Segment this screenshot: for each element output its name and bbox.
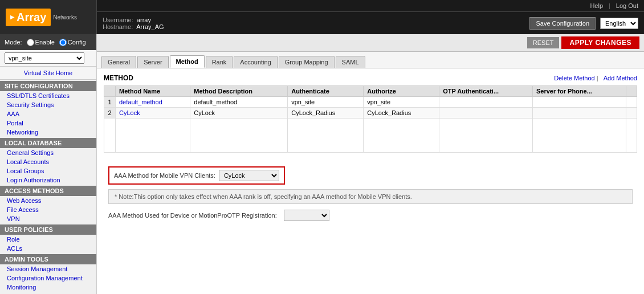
tab-rank[interactable]: Rank <box>206 56 233 68</box>
tab-server[interactable]: Server <box>137 56 168 68</box>
sidebar: Mode: Enable Config vpn_site Virtual Sit… <box>0 34 97 294</box>
header-actions: Save Configuration English <box>529 17 638 30</box>
bottom-form: AAA Method for Mobile VPN Clients: CyLoc… <box>104 162 637 226</box>
sidebar-item-acls[interactable]: ACLs <box>0 244 96 253</box>
enable-radio[interactable] <box>27 39 34 46</box>
user-info: Username: array Hostname: Array_AG <box>103 17 518 30</box>
config-radio-label[interactable]: Config <box>59 39 86 46</box>
sidebar-section-admin-tools: ADMIN TOOLS <box>0 254 96 264</box>
apply-changes-button[interactable]: APpLy ChaNGEs <box>561 36 639 49</box>
username-value: array <box>137 17 151 23</box>
section-title-row: METHOD Delete Method | Add Method <box>104 74 637 82</box>
logo-icon: ▶ Array <box>6 9 51 26</box>
logo-area: ▶ Array Networks <box>0 0 97 34</box>
config-radio[interactable] <box>59 39 67 46</box>
header-bottom: Username: array Hostname: Array_AG Save … <box>97 12 644 34</box>
sidebar-section-user-policies: USER POLICIES <box>0 224 96 235</box>
row-authenticate: CyLock_Radius <box>288 108 364 119</box>
logo-text: Array <box>17 11 46 24</box>
reset-button[interactable]: RESET <box>527 37 560 48</box>
enable-radio-label[interactable]: Enable <box>27 39 55 46</box>
help-link[interactable]: Help <box>590 2 603 9</box>
note-box: * Note:This option only takes effect whe… <box>108 189 633 204</box>
aaa-reg-row: AAA Method Used for Device or MotionProO… <box>108 210 633 221</box>
tab-saml[interactable]: SAML <box>336 56 365 68</box>
mobile-vpn-label: AAA Method for Mobile VPN Clients: <box>114 172 215 179</box>
row-otp <box>439 108 533 119</box>
sidebar-item-monitoring[interactable]: Monitoring <box>0 283 96 292</box>
col-header-otp: OTP Authenticati... <box>439 86 533 97</box>
aaa-reg-select[interactable] <box>284 210 329 221</box>
sidebar-item-portal[interactable]: Portal <box>0 119 96 128</box>
sidebar-item-general-settings[interactable]: General Settings <box>0 148 96 157</box>
section-title: METHOD <box>104 74 133 82</box>
mobile-vpn-row: AAA Method for Mobile VPN Clients: CyLoc… <box>108 166 633 185</box>
col-header-desc: Method Description <box>190 86 288 97</box>
header-top: Help | Log Out <box>97 0 644 12</box>
col-header-extra <box>626 86 637 97</box>
sidebar-item-security[interactable]: Security Settings <box>0 100 96 109</box>
col-header-num <box>104 86 116 97</box>
row-authenticate: vpn_site <box>288 97 364 108</box>
sidebar-item-web-access[interactable]: Web Access <box>0 196 96 205</box>
table-row: 2 CyLock CyLock CyLock_Radius CyLock_Rad… <box>104 108 637 119</box>
add-method-link[interactable]: Add Method <box>604 75 637 81</box>
sidebar-item-session-mgmt[interactable]: Session Management <box>0 264 96 273</box>
main-toolbar: RESET APpLy ChaNGEs <box>97 34 644 52</box>
logout-link[interactable]: Log Out <box>616 2 638 9</box>
aaa-reg-label: AAA Method Used for Device or MotionProO… <box>108 212 277 219</box>
row-num: 1 <box>104 97 116 108</box>
sidebar-item-ssl[interactable]: SSL/DTLS Certificates <box>0 91 96 100</box>
sidebar-item-aaa[interactable]: AAA <box>0 109 96 119</box>
vpn-site-select[interactable]: vpn_site <box>5 52 84 64</box>
row-method-name[interactable]: CyLock <box>116 108 190 119</box>
header-divider: | <box>609 2 610 9</box>
table-empty-row <box>104 119 637 153</box>
mode-label: Mode: <box>5 39 22 46</box>
section-actions: Delete Method | Add Method <box>551 75 637 81</box>
language-select[interactable]: English <box>600 18 638 29</box>
save-config-button[interactable]: Save Configuration <box>529 17 596 30</box>
sidebar-item-networking[interactable]: Networking <box>0 128 96 137</box>
sidebar-section-local-db: LOCAL DATABASE <box>0 138 96 148</box>
content-area: METHOD Delete Method | Add Method Method… <box>97 68 644 231</box>
tab-group-mapping[interactable]: Group Mapping <box>279 56 335 68</box>
username-label: Username: <box>103 17 133 23</box>
virtual-site-home-link[interactable]: Virtual Site Home <box>0 67 96 80</box>
delete-method-link[interactable]: Delete Method <box>554 75 595 81</box>
col-header-authorize: Authorize <box>364 86 439 97</box>
main-content: RESET APpLy ChaNGEs General Server Metho… <box>97 34 644 294</box>
hostname-value: Array_AG <box>136 23 164 30</box>
row-num: 2 <box>104 108 116 119</box>
header-right: Help | Log Out Username: array Hostname:… <box>97 0 644 34</box>
mobile-vpn-highlighted-box: AAA Method for Mobile VPN Clients: CyLoc… <box>108 166 285 185</box>
mobile-vpn-select[interactable]: CyLock default_method <box>219 170 279 181</box>
row-phone <box>533 108 626 119</box>
tab-accounting[interactable]: Accounting <box>234 56 277 68</box>
sidebar-item-file-access[interactable]: File Access <box>0 205 96 214</box>
col-header-auth: Authenticate <box>288 86 364 97</box>
tab-bar: General Server Method Rank Accounting Gr… <box>97 52 644 68</box>
logo-sub: Networks <box>53 13 77 21</box>
sidebar-item-vpn[interactable]: VPN <box>0 214 96 223</box>
row-method-desc: default_method <box>190 97 288 108</box>
sidebar-item-local-accounts[interactable]: Local Accounts <box>0 157 96 166</box>
table-row: 1 default_method default_method vpn_site… <box>104 97 637 108</box>
row-phone <box>533 97 626 108</box>
sidebar-item-login-auth[interactable]: Login Authorization <box>0 175 96 185</box>
row-method-desc: CyLock <box>190 108 288 119</box>
sidebar-item-config-mgmt[interactable]: Configuration Management <box>0 273 96 283</box>
row-method-name[interactable]: default_method <box>116 97 190 108</box>
tab-general[interactable]: General <box>101 56 136 68</box>
sidebar-item-local-groups[interactable]: Local Groups <box>0 166 96 175</box>
row-otp <box>439 97 533 108</box>
tab-method[interactable]: Method <box>170 55 205 68</box>
mode-bar: Mode: Enable Config <box>0 34 97 50</box>
sidebar-item-troubleshooting[interactable]: Troubleshooting <box>0 292 96 294</box>
sidebar-item-role[interactable]: Role <box>0 235 96 244</box>
row-extra <box>626 97 637 108</box>
col-header-phone: Server for Phone... <box>533 86 626 97</box>
method-table: Method Name Method Description Authentic… <box>104 85 637 153</box>
col-header-name: Method Name <box>116 86 190 97</box>
row-extra <box>626 108 637 119</box>
